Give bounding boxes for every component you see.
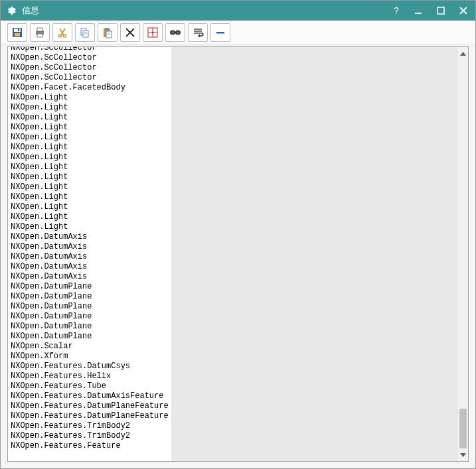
close-button[interactable] [457, 4, 470, 17]
svg-rect-8 [37, 28, 42, 31]
output-line: NXOpen.Light [11, 163, 169, 172]
output-line: NXOpen.Features.TrimBody2 [11, 431, 169, 441]
output-line: NXOpen.Features.DatumPlaneFeature [11, 411, 169, 421]
output-line: NXOpen.Light [11, 133, 169, 143]
output-line: NXOpen.Features.DatumCsys [11, 362, 169, 371]
svg-rect-9 [37, 34, 42, 37]
svg-rect-6 [18, 29, 19, 31]
help-button[interactable]: ? [389, 4, 402, 17]
output-line: NXOpen.DatumPlane [11, 292, 169, 302]
output-line: NXOpen.DatumPlane [11, 312, 169, 322]
scroll-down-arrow[interactable] [458, 450, 468, 460]
output-line: NXOpen.DatumAxis [11, 252, 169, 262]
svg-point-29 [177, 31, 179, 34]
find-button[interactable] [165, 23, 185, 42]
output-line: NXOpen.Light [11, 153, 169, 163]
copy-button[interactable] [75, 23, 95, 42]
output-line: NXOpen.ScCollector [11, 53, 169, 63]
output-line: NXOpen.Light [11, 93, 169, 103]
output-line: NXOpen.Light [11, 143, 169, 153]
svg-point-28 [171, 31, 174, 34]
output-line: NXOpen.Features.Feature [11, 441, 169, 451]
output-line: NXOpen.ScCollector [11, 47, 169, 53]
svg-point-10 [42, 31, 43, 33]
output-line: NXOpen.DatumAxis [11, 272, 169, 282]
svg-rect-18 [105, 28, 109, 30]
output-line: NXOpen.Light [11, 212, 169, 222]
output-line: NXOpen.Light [11, 123, 169, 133]
output-line: NXOpen.Light [11, 222, 169, 232]
print-button[interactable] [30, 23, 50, 42]
output-line: NXOpen.Light [11, 103, 169, 113]
maximize-button[interactable] [434, 4, 447, 17]
minimize-button[interactable] [412, 4, 425, 17]
scroll-track[interactable] [457, 58, 468, 450]
text-output[interactable]: NXOpen.ScCollectorNXOpen.ScCollectorNXOp… [8, 47, 171, 461]
info-window: 信息 ? [0, 0, 476, 469]
svg-text:?: ? [394, 6, 399, 15]
vertical-scrollbar[interactable] [457, 47, 468, 461]
target-button[interactable] [143, 23, 163, 42]
output-line: NXOpen.Features.TrimBody2 [11, 421, 169, 431]
output-line: NXOpen.Light [11, 202, 169, 212]
output-line: NXOpen.DatumPlane [11, 302, 169, 312]
output-line: NXOpen.Light [11, 192, 169, 202]
output-line: NXOpen.ScCollector [11, 73, 169, 83]
gear-icon [6, 5, 17, 16]
svg-rect-30 [175, 32, 176, 33]
output-line: NXOpen.Facet.FacetedBody [11, 83, 169, 93]
output-line: NXOpen.Features.DatumPlaneFeature [11, 401, 169, 411]
svg-rect-5 [15, 33, 20, 36]
output-line: NXOpen.Light [11, 113, 169, 123]
svg-point-12 [64, 34, 66, 37]
titlebar: 信息 ? [1, 1, 475, 21]
cut-button[interactable] [52, 23, 72, 42]
output-line: NXOpen.Features.Helix [11, 371, 169, 381]
output-line: NXOpen.Features.Tube [11, 381, 169, 391]
content-area: NXOpen.ScCollectorNXOpen.ScCollectorNXOp… [7, 46, 469, 462]
output-line: NXOpen.DatumAxis [11, 262, 169, 272]
svg-point-11 [59, 34, 62, 37]
output-line: NXOpen.DatumAxis [11, 232, 169, 242]
window-title: 信息 [22, 5, 389, 17]
output-line: NXOpen.DatumAxis [11, 242, 169, 252]
svg-rect-2 [437, 7, 444, 14]
save-button[interactable] [7, 23, 27, 42]
toolbar [1, 21, 475, 44]
collapse-button[interactable] [210, 23, 230, 42]
output-line: NXOpen.Light [11, 172, 169, 182]
scroll-up-arrow[interactable] [458, 48, 468, 58]
output-line: NXOpen.DatumPlane [11, 282, 169, 292]
svg-rect-34 [216, 32, 224, 34]
output-line: NXOpen.Light [11, 182, 169, 192]
output-line: NXOpen.Xform [11, 352, 169, 362]
wrap-button[interactable] [188, 23, 208, 42]
paste-button[interactable] [98, 23, 118, 42]
output-line: NXOpen.DatumPlane [11, 322, 169, 332]
output-line: NXOpen.Features.DatumAxisFeature [11, 391, 169, 401]
output-line: NXOpen.DatumPlane [11, 332, 169, 342]
output-line: NXOpen.Scalar [11, 342, 169, 352]
delete-button[interactable] [120, 23, 140, 42]
output-line: NXOpen.ScCollector [11, 63, 169, 73]
content-spacer [171, 47, 457, 461]
svg-rect-1 [415, 13, 422, 14]
svg-point-25 [152, 31, 154, 33]
window-controls: ? [389, 4, 470, 17]
svg-rect-4 [14, 29, 21, 32]
scroll-thumb[interactable] [459, 409, 467, 448]
